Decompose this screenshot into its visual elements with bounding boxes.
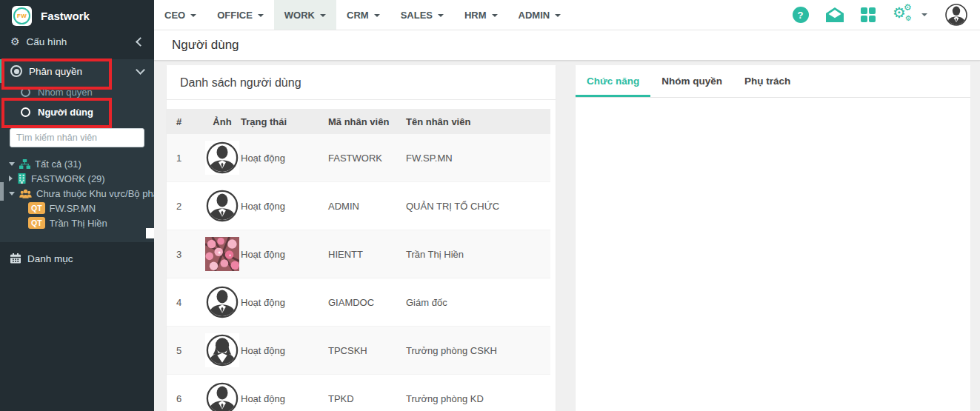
sidebar-item-nguoi-dung[interactable]: Người dùng bbox=[0, 101, 154, 123]
permission-section: Phân quyền Nhóm quyền Người dùng Tất cả … bbox=[0, 59, 154, 242]
table-rows: 1 Hoạt động FASTWORK FW.SP.MN 2 Hoạt độn… bbox=[167, 134, 550, 411]
row-index: 4 bbox=[167, 297, 204, 308]
avatar-male-icon bbox=[204, 285, 241, 319]
row-code: GIAMDOC bbox=[328, 297, 406, 308]
row-code: FASTWORK bbox=[328, 153, 406, 164]
avatar-female-icon bbox=[204, 333, 241, 367]
row-index: 3 bbox=[167, 249, 204, 260]
nav-menu-ceo[interactable]: CEO bbox=[154, 0, 207, 30]
caret-down-icon[interactable] bbox=[9, 192, 15, 196]
help-icon[interactable]: ? bbox=[793, 7, 809, 23]
table-row[interactable]: 4 Hoạt động GIAMDOC Giám đốc bbox=[167, 278, 550, 327]
nav-menu-admin[interactable]: ADMIN bbox=[508, 0, 572, 30]
page-title: Người dùng bbox=[154, 30, 980, 61]
row-name: Giám đốc bbox=[406, 297, 550, 308]
table-row[interactable]: 2 Hoạt động ADMIN QUẢN TRỊ TỔ CHỨC bbox=[167, 182, 550, 230]
column-header: Trạng thái bbox=[241, 116, 328, 127]
row-index: 2 bbox=[167, 201, 204, 212]
row-name: Trưởng phòng CSKH bbox=[406, 345, 550, 356]
submenu-label: Người dùng bbox=[38, 107, 93, 118]
table-row[interactable]: 6 Hoạt động TPKD Trưởng phòng KD bbox=[167, 375, 550, 411]
brand[interactable]: FW Fastwork bbox=[0, 0, 154, 31]
row-code: TPCSKH bbox=[328, 345, 406, 356]
caret-down-icon bbox=[492, 14, 498, 17]
table-row[interactable]: 1 Hoạt động FASTWORK FW.SP.MN bbox=[167, 134, 550, 182]
tree-item-label: FW.SP.MN bbox=[50, 203, 96, 214]
column-header: Ảnh bbox=[204, 116, 241, 127]
row-status: Hoạt động bbox=[241, 297, 328, 308]
nav-menu-work[interactable]: WORK bbox=[274, 0, 336, 30]
tab-phu-trach[interactable]: Phụ trách bbox=[733, 65, 801, 97]
nav-item-label: CEO bbox=[164, 10, 185, 21]
caret-right-icon[interactable] bbox=[9, 176, 13, 181]
category-label: Danh mục bbox=[27, 253, 73, 264]
settings-caret-icon bbox=[921, 13, 927, 16]
nav-item-label: OFFICE bbox=[217, 10, 253, 21]
caret-down-icon bbox=[190, 14, 196, 17]
user-table: #ẢnhTrạng tháiMã nhân viênTên nhân viên … bbox=[167, 109, 550, 411]
sidebar-item-permission[interactable]: Phân quyền bbox=[0, 59, 154, 83]
content: Danh sách người dùng #ẢnhTrạng tháiMã nh… bbox=[154, 61, 980, 411]
permission-icon bbox=[10, 65, 22, 77]
circle-icon bbox=[21, 107, 30, 117]
row-code: HIENTT bbox=[328, 249, 406, 260]
building-icon bbox=[17, 173, 27, 184]
tree-item-label: Tất cả (31) bbox=[35, 158, 81, 170]
user-avatar[interactable] bbox=[944, 3, 968, 27]
brand-name: Fastwork bbox=[41, 10, 90, 22]
logo-text: FW bbox=[17, 13, 27, 19]
sidebar-item-category[interactable]: Danh mục bbox=[0, 248, 154, 269]
sidebar-item-config[interactable]: ⚙ Cấu hình bbox=[0, 31, 154, 52]
permission-submenu: Nhóm quyền Người dùng bbox=[0, 83, 154, 123]
mail-icon[interactable] bbox=[826, 7, 844, 22]
users-icon bbox=[19, 189, 32, 198]
tab-chuc-nang[interactable]: Chức năng bbox=[576, 65, 650, 97]
row-code: ADMIN bbox=[328, 201, 406, 212]
nav-menu-crm[interactable]: CRM bbox=[336, 0, 390, 30]
main-area: CEO OFFICE WORK CRM SALES HRM ADMIN ? ⚙⚙… bbox=[154, 0, 980, 411]
fastwork-logo-icon: FW bbox=[12, 6, 32, 26]
avatar-male-icon bbox=[204, 189, 241, 223]
tree-scrollbar-corner[interactable] bbox=[146, 228, 154, 238]
sidebar-item-nhom-quyen[interactable]: Nhóm quyền bbox=[0, 83, 154, 101]
sidebar: FW Fastwork ⚙ Cấu hình Phân quyền Nhóm q… bbox=[0, 0, 154, 411]
nav-menu-office[interactable]: OFFICE bbox=[207, 0, 274, 30]
detail-tabs: Chức năngNhóm quyềnPhụ trách bbox=[576, 65, 970, 98]
role-badge: QT bbox=[28, 217, 45, 229]
tab-body bbox=[576, 98, 970, 350]
nav-menu: CEO OFFICE WORK CRM SALES HRM ADMIN bbox=[154, 0, 571, 30]
table-row[interactable]: 5 Hoạt động TPCSKH Trưởng phòng CSKH bbox=[167, 327, 550, 375]
top-navbar: CEO OFFICE WORK CRM SALES HRM ADMIN ? ⚙⚙… bbox=[154, 0, 980, 30]
tree-item-tran-thi-hien[interactable]: QTTrần Thị Hiền bbox=[5, 215, 154, 230]
nav-item-label: CRM bbox=[347, 10, 369, 21]
tree-item-fw-sp-mn[interactable]: QTFW.SP.MN bbox=[5, 201, 154, 215]
nav-item-label: HRM bbox=[464, 10, 487, 21]
tree-item-fastwork[interactable]: FASTWORK (29) bbox=[5, 171, 154, 186]
chevron-down-icon bbox=[136, 65, 145, 75]
role-badge: QT bbox=[28, 202, 45, 214]
user-list-panel: Danh sách người dùng #ẢnhTrạng tháiMã nh… bbox=[167, 65, 556, 411]
nav-menu-sales[interactable]: SALES bbox=[390, 0, 454, 30]
sitemap-icon bbox=[19, 159, 30, 169]
tab-nhom-quyen[interactable]: Nhóm quyền bbox=[650, 65, 733, 97]
nav-item-label: WORK bbox=[284, 10, 315, 21]
tree-item-tat-ca[interactable]: Tất cả (31) bbox=[5, 156, 154, 171]
row-code: TPKD bbox=[328, 393, 406, 404]
row-status: Hoạt động bbox=[241, 345, 328, 356]
submenu-label: Nhóm quyền bbox=[38, 87, 93, 98]
table-row[interactable]: 3 Hoạt động HIENTT Trần Thị Hiền bbox=[167, 230, 550, 278]
search-input[interactable] bbox=[10, 128, 144, 147]
caret-down-icon bbox=[320, 14, 326, 17]
settings-icon[interactable]: ⚙⚙⚙ bbox=[893, 4, 915, 25]
nav-menu-hrm[interactable]: HRM bbox=[454, 0, 508, 30]
tree-item-chua-thuoc[interactable]: Chưa thuộc Khu vực/Bộ phận bbox=[5, 186, 154, 201]
gear-icon: ⚙ bbox=[10, 36, 20, 47]
apps-icon[interactable] bbox=[861, 7, 876, 23]
row-index: 1 bbox=[167, 153, 204, 164]
sidebar-scrollbar-thumb[interactable] bbox=[0, 182, 4, 201]
table-header-row: #ẢnhTrạng tháiMã nhân viênTên nhân viên bbox=[167, 109, 550, 134]
user-list-title: Danh sách người dùng bbox=[167, 65, 556, 100]
row-status: Hoạt động bbox=[241, 153, 328, 164]
caret-down-icon[interactable] bbox=[9, 162, 15, 166]
avatar-male-icon bbox=[204, 141, 241, 175]
